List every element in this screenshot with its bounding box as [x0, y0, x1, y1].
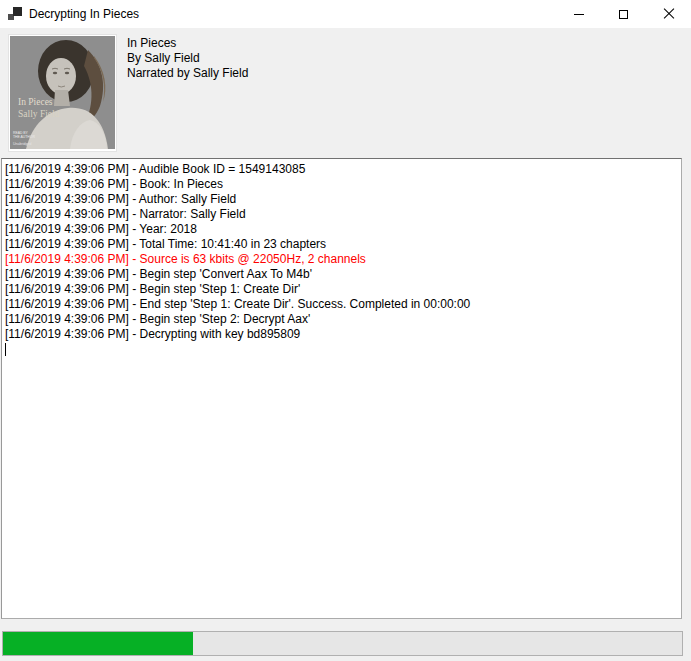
book-title: In Pieces [127, 36, 248, 51]
text-caret [5, 343, 6, 356]
close-icon [663, 8, 675, 20]
log-line: [11/6/2019 4:39:06 PM] - Book: In Pieces [5, 177, 681, 192]
log-line: [11/6/2019 4:39:06 PM] - Begin step 'Ste… [5, 282, 681, 297]
book-cover: In Pieces Sally Field READ BY THE AUTHOR… [8, 34, 117, 152]
app-icon-square-big [13, 7, 22, 16]
book-cover-art: In Pieces Sally Field READ BY THE AUTHOR… [10, 36, 115, 149]
app-icon[interactable] [8, 7, 22, 21]
progress-bar [2, 631, 683, 656]
minimize-button[interactable] [556, 0, 601, 28]
log-line: [11/6/2019 4:39:06 PM] - Source is 63 kb… [5, 252, 681, 267]
maximize-icon [619, 10, 628, 19]
maximize-button[interactable] [601, 0, 646, 28]
svg-text:In Pieces: In Pieces [18, 97, 53, 107]
log-line: [11/6/2019 4:39:06 PM] - Audible Book ID… [5, 162, 681, 177]
svg-text:Unabridged: Unabridged [13, 142, 32, 146]
svg-text:THE AUTHOR: THE AUTHOR [13, 135, 35, 139]
log-line: [11/6/2019 4:39:06 PM] - Narrator: Sally… [5, 207, 681, 222]
book-info: In Pieces By Sally Field Narrated by Sal… [127, 36, 248, 81]
log-line: [11/6/2019 4:39:06 PM] - Begin step 'Con… [5, 267, 681, 282]
window-controls [556, 0, 691, 28]
book-narrator: Narrated by Sally Field [127, 66, 248, 81]
log-line: [11/6/2019 4:39:06 PM] - Author: Sally F… [5, 192, 681, 207]
log-lines: [11/6/2019 4:39:06 PM] - Audible Book ID… [5, 162, 681, 342]
log-line: [11/6/2019 4:39:06 PM] - End step 'Step … [5, 297, 681, 312]
window-title: Decrypting In Pieces [29, 7, 139, 21]
close-button[interactable] [646, 0, 691, 28]
log-line: [11/6/2019 4:39:06 PM] - Decrypting with… [5, 327, 681, 342]
log-line: [11/6/2019 4:39:06 PM] - Total Time: 10:… [5, 237, 681, 252]
log-line: [11/6/2019 4:39:06 PM] - Begin step 'Ste… [5, 312, 681, 327]
svg-text:Sally Field: Sally Field [18, 109, 60, 119]
title-bar[interactable]: Decrypting In Pieces [0, 0, 691, 28]
book-author: By Sally Field [127, 51, 248, 66]
log-line: [11/6/2019 4:39:06 PM] - Year: 2018 [5, 222, 681, 237]
log-textbox[interactable]: [11/6/2019 4:39:06 PM] - Audible Book ID… [1, 158, 682, 619]
app-window: Decrypting In Pieces [0, 0, 691, 661]
progress-fill [3, 632, 193, 655]
minimize-icon [574, 14, 584, 15]
